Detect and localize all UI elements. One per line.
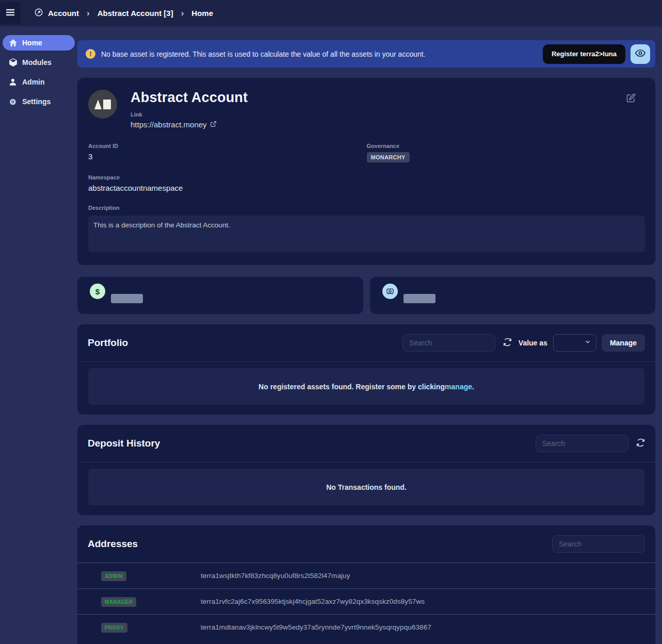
namespace-field: Namespace abstractaccountnamespace [88, 174, 367, 192]
hamburger-menu-button[interactable] [0, 2, 21, 24]
edit-icon [626, 96, 636, 104]
portfolio-search-input[interactable] [402, 334, 495, 352]
empty-state-text: . [472, 383, 474, 391]
admin-address: terra1wsjtkth7kf83zhcq8yu0uf8rs2t582l47m… [201, 572, 350, 580]
namespace-label: Namespace [88, 174, 367, 180]
vault-summary-card [370, 277, 656, 314]
dollar-icon: $ [90, 284, 105, 299]
role-badge-manager: MANAGER [101, 597, 136, 607]
external-link-icon [210, 120, 217, 129]
deposit-refresh-button[interactable] [636, 438, 645, 449]
breadcrumb-home[interactable]: Home [191, 9, 213, 18]
loading-skeleton [403, 294, 435, 303]
refresh-icon [636, 438, 645, 449]
namespace-value: abstractaccountnamespace [88, 184, 367, 192]
compass-icon [34, 8, 43, 19]
sidebar-item-modules[interactable]: Modules [3, 55, 75, 70]
role-badge-proxy: PROXY [101, 623, 127, 633]
summary-row: $ [77, 277, 655, 314]
account-title: Abstract Account [131, 90, 248, 106]
register-base-asset-button[interactable]: Register terra2>luna [543, 44, 625, 64]
chevron-right-icon: › [181, 9, 184, 18]
account-brand[interactable]: Account [34, 8, 79, 19]
warning-icon: ! [86, 49, 95, 59]
chevron-right-icon: › [87, 9, 90, 18]
value-as-select[interactable] [553, 334, 596, 352]
link-label: Link [131, 111, 248, 118]
description-label: Description [88, 205, 645, 211]
account-card: Abstract Account Link https://abstract.m… [77, 78, 655, 265]
deposit-search-input[interactable] [536, 435, 628, 452]
portfolio-title: Portfolio [88, 337, 128, 349]
portfolio-refresh-button[interactable] [503, 338, 512, 348]
main-content: ! No base asset is registered. This asse… [77, 26, 662, 644]
transactions-empty-state: No Transactions found. [88, 469, 644, 505]
manager-address: terra1rvfc2aj6c7x956395ktjskj4hcjgat52ax… [201, 598, 425, 605]
role-badge-admin: ADMIN [101, 571, 126, 581]
balance-summary-card: $ [77, 277, 363, 314]
portfolio-empty-state: No registered assets found. Register som… [88, 368, 644, 405]
governance-label: Governance [367, 143, 645, 149]
base-asset-alert: ! No base asset is registered. This asse… [77, 40, 655, 68]
sidebar-item-label: Modules [22, 58, 52, 67]
loading-skeleton [111, 294, 143, 303]
brand-label: Account [48, 9, 79, 18]
description-textarea[interactable]: This is a description of the Abstract Ac… [88, 216, 645, 252]
table-row: MANAGER terra1rvfc2aj6c7x956395ktjskj4hc… [77, 588, 655, 614]
hamburger-icon [6, 9, 15, 18]
empty-state-text: No registered assets found. Register som… [259, 383, 445, 391]
account-link-url: https://abstract.money [131, 120, 207, 129]
breadcrumb-account[interactable]: Abstract Account [3] [98, 9, 173, 18]
account-id-label: Account ID [88, 143, 367, 149]
edit-account-button[interactable] [626, 93, 636, 104]
value-as-label: Value as [519, 339, 547, 347]
person-icon [9, 78, 17, 86]
vault-icon [382, 284, 398, 299]
eye-icon [635, 48, 645, 60]
topbar: Account › Abstract Account [3] › Home [0, 0, 662, 26]
manage-link[interactable]: manage [445, 383, 472, 391]
sidebar-item-label: Settings [22, 97, 51, 106]
addresses-section: Addresses ADMIN terra1wsjtkth7kf83zhcq8y… [77, 525, 655, 644]
dismiss-alert-button[interactable] [631, 44, 650, 64]
sidebar-item-home[interactable]: Home [3, 35, 75, 51]
gear-icon: ⚙ [9, 98, 17, 106]
proxy-address: terra1mdtanav3jklncwy5t9w5edy37a5rynnde7… [201, 623, 431, 631]
addresses-title: Addresses [88, 538, 138, 550]
cube-icon [9, 58, 17, 67]
account-id-field: Account ID 3 [88, 143, 367, 162]
table-row: PROXY terra1mdtanav3jklncwy5t9w5edy37a5r… [77, 614, 655, 640]
portfolio-section: Portfolio Value as Manage [77, 324, 655, 415]
deposit-history-title: Deposit History [88, 438, 160, 449]
sidebar-item-label: Home [22, 39, 42, 47]
chevron-down-icon [584, 338, 591, 348]
refresh-icon [503, 338, 512, 348]
table-row: ADMIN terra1wsjtkth7kf83zhcq8yu0uf8rs2t5… [77, 563, 655, 588]
manage-assets-button[interactable]: Manage [602, 334, 645, 352]
addresses-search-input[interactable] [552, 535, 645, 553]
sidebar: Home Modules Admin ⚙ Settings [0, 26, 77, 644]
sidebar-item-admin[interactable]: Admin [3, 74, 75, 90]
alert-message: No base asset is registered. This asset … [101, 50, 426, 58]
home-icon [9, 39, 17, 46]
sidebar-item-label: Admin [22, 78, 45, 86]
account-link[interactable]: https://abstract.money [131, 120, 248, 129]
account-id-value: 3 [88, 152, 367, 161]
governance-badge: MONARCHY [367, 152, 410, 162]
deposit-history-section: Deposit History No Transactions found. [77, 425, 655, 515]
sidebar-item-settings[interactable]: ⚙ Settings [3, 94, 75, 109]
governance-field: Governance MONARCHY [367, 143, 645, 162]
account-avatar [88, 90, 117, 119]
